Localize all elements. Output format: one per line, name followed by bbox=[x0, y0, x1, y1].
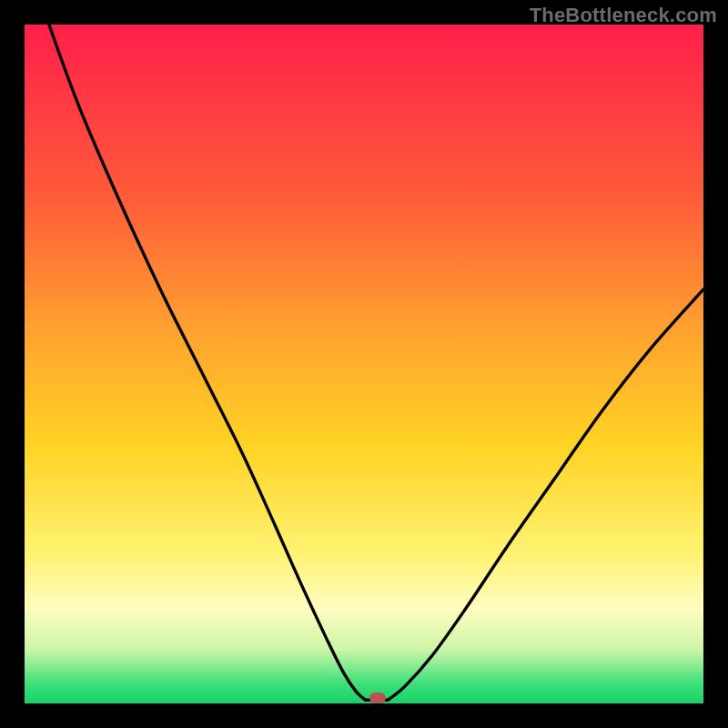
plot-area bbox=[25, 25, 703, 703]
bottleneck-curve bbox=[25, 25, 703, 703]
curve-left-branch bbox=[49, 25, 366, 700]
optimal-marker bbox=[369, 693, 386, 703]
chart-frame: TheBottleneck.com bbox=[0, 0, 728, 728]
curve-right-branch bbox=[388, 289, 703, 700]
